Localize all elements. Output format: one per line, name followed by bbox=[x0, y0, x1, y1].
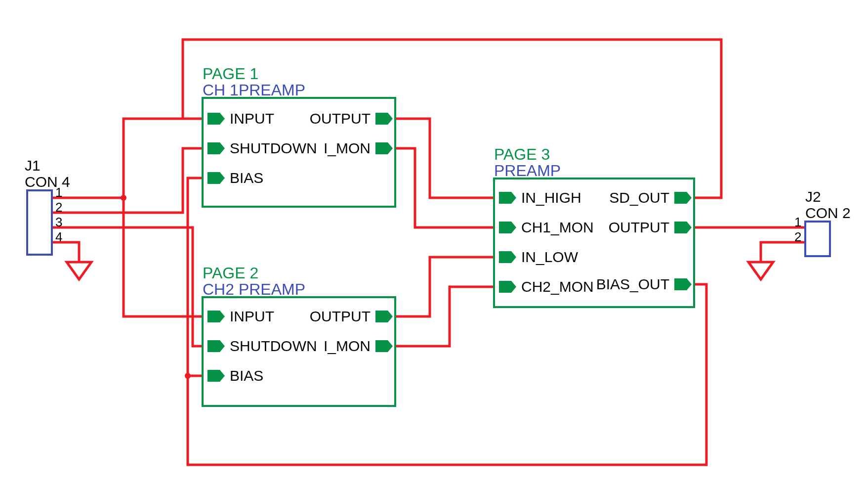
b3-port-output: OUTPUT bbox=[609, 219, 692, 235]
svg-text:SD_OUT: SD_OUT bbox=[609, 189, 669, 206]
block-ch2-preamp: PAGE 2 CH2 PREAMP INPUT SHUTDOWN BIAS OU… bbox=[203, 264, 395, 406]
b3-page: PAGE 3 bbox=[494, 145, 550, 163]
svg-text:OUTPUT: OUTPUT bbox=[609, 219, 669, 235]
block-ch1-preamp: PAGE 1 CH 1PREAMP INPUT SHUTDOWN BIAS OU… bbox=[203, 65, 395, 207]
b1-name: CH 1PREAMP bbox=[203, 81, 305, 99]
svg-marker-1 bbox=[748, 262, 773, 279]
svg-text:INPUT: INPUT bbox=[230, 308, 274, 324]
svg-text:BIAS: BIAS bbox=[230, 367, 263, 384]
svg-marker-37 bbox=[674, 222, 692, 233]
b1-port-imon: I_MON bbox=[324, 140, 393, 156]
j2-ref: J2 bbox=[805, 188, 821, 205]
b2-name: CH2 PREAMP bbox=[203, 280, 305, 298]
b3-port-inlow: IN_LOW bbox=[499, 249, 579, 265]
b2-port-bias: BIAS bbox=[207, 367, 263, 384]
b3-name: PREAMP bbox=[494, 162, 561, 179]
junction-dot bbox=[185, 373, 191, 379]
svg-marker-13 bbox=[375, 142, 393, 154]
j1-pin3: 3 bbox=[55, 215, 62, 229]
wire-j1p3-b2-shutdown bbox=[52, 227, 203, 346]
wire-b1imon-ch1mon bbox=[395, 148, 494, 227]
b1-port-bias: BIAS bbox=[207, 170, 263, 186]
junction-dot bbox=[121, 195, 126, 201]
svg-text:SHUTDOWN: SHUTDOWN bbox=[230, 140, 317, 156]
svg-marker-27 bbox=[499, 192, 516, 204]
b2-port-output: OUTPUT bbox=[310, 308, 393, 324]
b2-port-input: INPUT bbox=[207, 308, 274, 324]
j1-type: CON 4 bbox=[25, 174, 70, 190]
j1-pin2: 2 bbox=[55, 200, 62, 215]
b1-port-input: INPUT bbox=[207, 110, 274, 127]
svg-text:BIAS: BIAS bbox=[230, 170, 263, 186]
b3-port-ch2mon: CH2_MON bbox=[499, 278, 594, 295]
wire-j1p2-b1-shutdown bbox=[52, 148, 203, 213]
j2-pin2: 2 bbox=[794, 229, 801, 244]
wire-input-bus-to-b2 bbox=[124, 198, 203, 316]
j2-pin1: 1 bbox=[794, 215, 801, 229]
connector-j2: J2 CON 2 1 2 bbox=[794, 188, 851, 256]
svg-marker-7 bbox=[207, 142, 225, 154]
svg-text:IN_LOW: IN_LOW bbox=[521, 249, 579, 265]
svg-marker-0 bbox=[67, 262, 91, 279]
svg-marker-18 bbox=[207, 340, 225, 352]
j1-ref: J1 bbox=[25, 157, 41, 174]
b3-port-sdout: SD_OUT bbox=[609, 189, 692, 206]
b2-port-shutdown: SHUTDOWN bbox=[207, 338, 317, 354]
svg-text:BIAS_OUT: BIAS_OUT bbox=[596, 276, 669, 292]
svg-text:INPUT: INPUT bbox=[230, 110, 274, 127]
gnd-symbol-left bbox=[67, 262, 91, 279]
j1-pin1: 1 bbox=[55, 185, 62, 200]
svg-text:OUTPUT: OUTPUT bbox=[310, 308, 371, 324]
b2-page: PAGE 2 bbox=[203, 264, 258, 282]
svg-marker-9 bbox=[207, 172, 225, 184]
b2-port-imon: I_MON bbox=[324, 338, 393, 354]
svg-text:I_MON: I_MON bbox=[324, 338, 371, 354]
svg-text:CH1_MON: CH1_MON bbox=[521, 219, 594, 235]
b1-port-shutdown: SHUTDOWN bbox=[207, 140, 317, 156]
j2-type: CON 2 bbox=[805, 205, 851, 221]
svg-rect-2 bbox=[27, 190, 52, 255]
wire-j2p2-gnd bbox=[761, 242, 805, 262]
wire-j1p4-gnd bbox=[52, 242, 79, 262]
connector-j1: J1 CON 4 1 2 3 4 bbox=[25, 157, 70, 255]
svg-marker-39 bbox=[674, 278, 692, 290]
svg-text:SHUTDOWN: SHUTDOWN bbox=[230, 338, 317, 354]
svg-text:CH2_MON: CH2_MON bbox=[521, 278, 594, 295]
wire-b1out-inhigh bbox=[395, 119, 494, 198]
svg-text:OUTPUT: OUTPUT bbox=[310, 110, 371, 127]
svg-marker-31 bbox=[499, 251, 516, 263]
svg-text:IN_HIGH: IN_HIGH bbox=[521, 189, 581, 206]
j1-pin4: 4 bbox=[55, 229, 62, 244]
svg-marker-33 bbox=[499, 281, 516, 293]
b3-port-ch1mon: CH1_MON bbox=[499, 219, 594, 235]
gnd-symbol-right bbox=[748, 262, 773, 279]
block-preamp: PAGE 3 PREAMP IN_HIGH CH1_MON IN_LOW CH2… bbox=[494, 145, 694, 307]
b3-port-inhigh: IN_HIGH bbox=[499, 189, 581, 206]
svg-marker-20 bbox=[207, 370, 225, 382]
b3-port-biasout: BIAS_OUT bbox=[596, 276, 692, 292]
b1-port-output: OUTPUT bbox=[310, 110, 393, 127]
svg-marker-22 bbox=[375, 311, 393, 322]
svg-marker-16 bbox=[207, 311, 225, 322]
b1-page: PAGE 1 bbox=[203, 65, 258, 83]
svg-marker-5 bbox=[207, 113, 225, 125]
svg-rect-3 bbox=[805, 222, 830, 256]
svg-marker-35 bbox=[674, 192, 692, 204]
svg-marker-24 bbox=[375, 340, 393, 352]
svg-text:I_MON: I_MON bbox=[324, 140, 371, 156]
svg-marker-11 bbox=[375, 113, 393, 125]
wire-j1p1-input-bus bbox=[52, 119, 203, 198]
svg-marker-29 bbox=[499, 222, 516, 233]
